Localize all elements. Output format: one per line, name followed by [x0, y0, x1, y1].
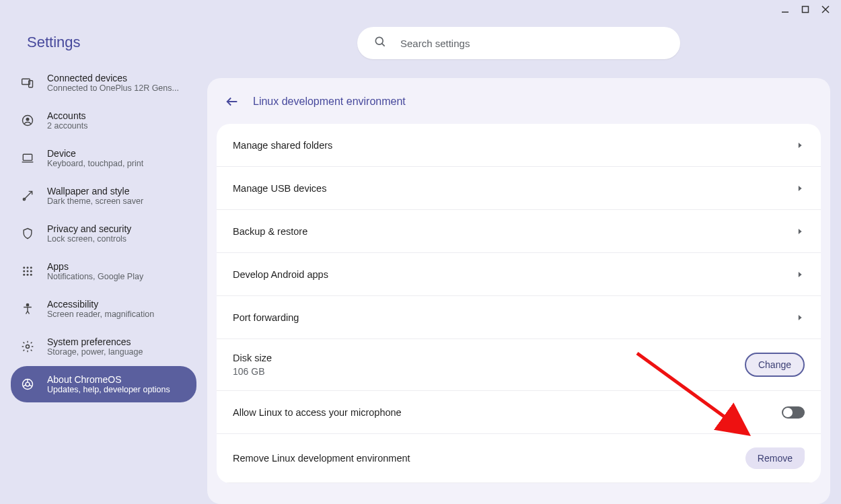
sidebar-item-sub: Lock screen, controls	[47, 234, 131, 244]
close-button[interactable]	[821, 5, 830, 14]
svg-point-21	[26, 345, 30, 349]
svg-rect-1	[803, 7, 809, 13]
search-bar[interactable]	[357, 27, 680, 59]
svg-point-7	[26, 118, 30, 121]
sidebar-item-label: Apps	[47, 261, 143, 272]
page-title: Linux development environment	[253, 96, 406, 108]
sidebar-item-sub: Notifications, Google Play	[47, 272, 143, 281]
disk-size-label: Disk size	[233, 353, 272, 363]
disk-size-value: 106 GB	[233, 366, 272, 377]
row-mic-access: Allow Linux to access your microphone	[217, 391, 821, 434]
sidebar-item-label: Wallpaper and style	[47, 186, 143, 196]
sidebar-item-label: System preferences	[47, 336, 143, 347]
sidebar: Settings Connected devices Connected to …	[0, 19, 207, 504]
row-label: Backup & restore	[233, 226, 307, 237]
sidebar-item-label: Device	[47, 148, 143, 159]
row-backup-restore[interactable]: Backup & restore	[217, 210, 821, 253]
palette-icon	[20, 188, 35, 203]
mic-label: Allow Linux to access your microphone	[233, 407, 402, 418]
app-title: Settings	[11, 27, 196, 65]
sidebar-item-sub: Screen reader, magnification	[47, 310, 154, 319]
minimize-button[interactable]	[780, 5, 790, 14]
sidebar-item-label: Accessibility	[47, 299, 154, 310]
svg-rect-8	[23, 154, 32, 160]
row-develop-android[interactable]: Develop Android apps	[217, 253, 821, 296]
chevron-right-icon	[798, 183, 805, 194]
svg-line-25	[382, 44, 385, 46]
sidebar-item-accounts[interactable]: Accounts 2 accounts	[11, 102, 196, 139]
chevron-right-icon	[798, 269, 805, 280]
sidebar-item-sub: Keyboard, touchpad, print	[47, 159, 143, 168]
svg-point-14	[23, 271, 25, 273]
sidebar-item-wallpaper[interactable]: Wallpaper and style Dark theme, screen s…	[11, 178, 196, 214]
sidebar-item-label: Connected devices	[47, 73, 179, 83]
svg-point-16	[30, 271, 32, 273]
window-titlebar	[0, 0, 841, 19]
chevron-right-icon	[798, 226, 805, 237]
sidebar-item-apps[interactable]: Apps Notifications, Google Play	[11, 253, 196, 289]
account-icon	[20, 113, 35, 128]
row-manage-usb[interactable]: Manage USB devices	[217, 167, 821, 210]
sidebar-item-connected-devices[interactable]: Connected devices Connected to OnePlus 1…	[11, 65, 196, 101]
back-button[interactable]	[223, 93, 241, 110]
sidebar-item-label: About ChromeOS	[47, 374, 170, 385]
svg-point-24	[375, 37, 383, 44]
gear-icon	[20, 339, 35, 354]
sidebar-item-sub: 2 accounts	[47, 121, 87, 131]
sidebar-item-sub: Dark theme, screen saver	[47, 196, 143, 206]
svg-point-23	[26, 382, 30, 386]
sidebar-item-label: Privacy and security	[47, 223, 131, 234]
svg-point-12	[27, 266, 29, 268]
svg-point-20	[26, 304, 28, 306]
search-icon	[373, 35, 387, 51]
svg-point-19	[30, 274, 32, 276]
sidebar-item-label: Accounts	[47, 110, 87, 121]
sidebar-item-sub: Connected to OnePlus 12R Gens...	[47, 83, 179, 93]
row-port-forwarding[interactable]: Port forwarding	[217, 296, 821, 339]
remove-button[interactable]: Remove	[745, 447, 805, 469]
shield-icon	[20, 226, 35, 241]
chevron-right-icon	[798, 140, 805, 151]
sidebar-item-accessibility[interactable]: Accessibility Screen reader, magnificati…	[11, 291, 196, 327]
svg-point-11	[23, 266, 25, 268]
search-input[interactable]	[400, 38, 664, 49]
svg-point-15	[27, 271, 29, 273]
sidebar-item-sub: Updates, help, developer options	[47, 385, 170, 394]
row-label: Port forwarding	[233, 312, 299, 323]
maximize-button[interactable]	[801, 5, 810, 14]
row-remove-linux: Remove Linux development environment Rem…	[217, 434, 821, 483]
row-label: Manage shared folders	[233, 140, 332, 151]
accessibility-icon	[20, 301, 35, 316]
chevron-right-icon	[798, 312, 805, 323]
main-content: Linux development environment Manage sha…	[207, 19, 841, 504]
row-manage-shared-folders[interactable]: Manage shared folders	[217, 124, 821, 167]
row-label: Develop Android apps	[233, 269, 328, 280]
sidebar-item-privacy[interactable]: Privacy and security Lock screen, contro…	[11, 215, 196, 252]
settings-card: Manage shared folders Manage USB devices…	[217, 124, 821, 483]
sidebar-item-device[interactable]: Device Keyboard, touchpad, print	[11, 140, 196, 176]
sidebar-item-sub: Storage, power, language	[47, 347, 143, 357]
svg-point-17	[23, 274, 25, 276]
sidebar-item-system[interactable]: System preferences Storage, power, langu…	[11, 328, 196, 365]
settings-panel: Linux development environment Manage sha…	[207, 78, 830, 504]
mic-toggle[interactable]	[782, 406, 805, 419]
row-disk-size: Disk size 106 GB Change	[217, 339, 821, 391]
remove-label: Remove Linux development environment	[233, 453, 410, 464]
laptop-icon	[20, 151, 35, 166]
apps-icon	[20, 264, 35, 279]
devices-icon	[20, 75, 35, 90]
svg-rect-5	[29, 81, 33, 87]
svg-point-13	[30, 266, 32, 268]
change-disk-button[interactable]: Change	[745, 353, 805, 377]
chrome-icon	[20, 377, 35, 392]
row-label: Manage USB devices	[233, 183, 326, 194]
svg-point-18	[27, 274, 29, 276]
sidebar-item-about[interactable]: About ChromeOS Updates, help, developer …	[11, 366, 196, 402]
